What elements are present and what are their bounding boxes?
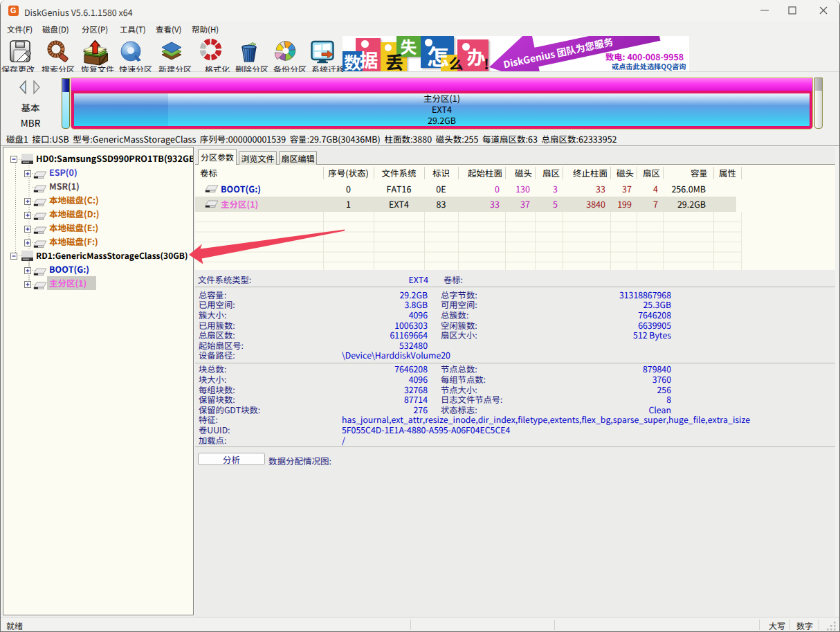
svg-text:或点击此处选择QQ咨询: 或点击此处选择QQ咨询 [612, 61, 686, 71]
